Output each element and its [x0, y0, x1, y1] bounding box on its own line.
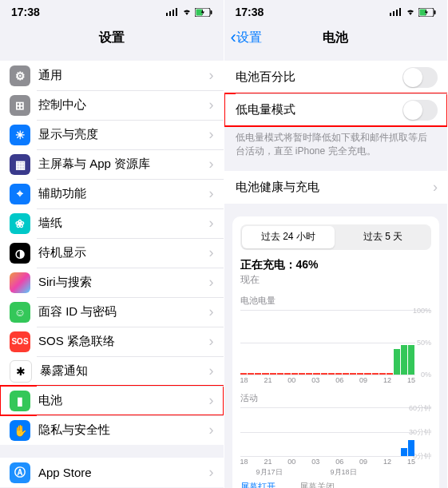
svg-rect-1: [169, 11, 171, 16]
status-time: 17:38: [11, 6, 40, 18]
activity-chart-canvas: 60分钟 30分钟 0分钟: [240, 407, 432, 456]
chevron-right-icon: ›: [209, 274, 214, 291]
row-label: SOS 紧急联络: [38, 334, 209, 349]
row-label: Siri与搜索: [38, 275, 209, 290]
display-icon: ☀: [10, 125, 30, 145]
chart-title: 活动: [240, 392, 432, 404]
row-label: 控制中心: [38, 97, 209, 113]
svg-rect-3: [176, 8, 177, 16]
nav-bar: 设置: [0, 22, 224, 53]
time-range-segmented: 过去 24 小时 过去 5 天: [240, 224, 432, 250]
row-label: 电池百分比: [236, 69, 403, 85]
wifi-icon: [405, 8, 416, 16]
standby-icon: ◑: [10, 243, 30, 264]
battery-charging-icon: [195, 8, 212, 17]
chevron-right-icon: ›: [209, 363, 214, 379]
row-label: 通用: [38, 68, 209, 83]
level-chart-canvas: 100% 50% 0%: [240, 310, 432, 375]
access-icon: ⌖: [10, 184, 30, 204]
chart-title: 电池电量: [240, 295, 432, 307]
row-display[interactable]: ☀显示与亮度›: [0, 120, 224, 149]
status-bar: 17:38: [224, 0, 448, 22]
row-label: 辅助功能: [38, 186, 209, 201]
siri-icon: [10, 272, 30, 293]
row-label: 面容 ID 与密码: [38, 304, 209, 319]
row-homescreen[interactable]: ▦主屏幕与 App 资源库›: [0, 149, 224, 179]
row-wallpaper[interactable]: ❀墙纸›: [0, 208, 224, 238]
chevron-right-icon: ›: [209, 126, 214, 143]
toggle-low-power-mode[interactable]: [402, 100, 438, 121]
row-general[interactable]: ⚙通用›: [0, 61, 224, 90]
legend: 屏幕打开 屏幕关闭: [240, 481, 432, 488]
svg-rect-10: [399, 8, 401, 16]
back-label: 设置: [236, 30, 262, 46]
svg-rect-8: [393, 11, 394, 16]
status-bar: 17:38: [0, 0, 224, 22]
row-faceid[interactable]: ☺面容 ID 与密码›: [0, 297, 224, 327]
charging-title: 正在充电：46%: [240, 258, 432, 272]
nav-bar: ‹ 设置 电池: [224, 22, 448, 53]
back-button[interactable]: ‹ 设置: [231, 22, 262, 53]
home-icon: ▦: [10, 154, 30, 175]
row-appstore[interactable]: ⒶApp Store›: [0, 458, 224, 487]
battery-usage-card: 过去 24 小时 过去 5 天 正在充电：46% 现在 电池电量 100% 50…: [232, 216, 440, 488]
date-tick: 9月17日: [256, 467, 283, 478]
signal-icon: [166, 8, 179, 16]
battery-level-chart: 电池电量 100% 50% 0% 1821000306091215: [240, 295, 432, 384]
page-title: 设置: [99, 30, 125, 46]
wifi-icon: [181, 8, 192, 16]
chevron-left-icon: ‹: [231, 29, 236, 46]
chevron-right-icon: ›: [433, 179, 438, 196]
row-battery[interactable]: ▮电池›: [0, 386, 224, 415]
battery-options-group: 电池百分比 低电量模式: [224, 61, 448, 126]
wallpaper-icon: ❀: [10, 213, 30, 234]
row-label: 墙纸: [38, 216, 209, 231]
svg-rect-9: [396, 10, 398, 16]
x-tick-labels: 1821000306091215: [240, 376, 432, 384]
y-label: 0%: [421, 371, 431, 379]
chevron-right-icon: ›: [209, 304, 214, 320]
row-low-power-mode[interactable]: 低电量模式: [224, 93, 448, 126]
svg-rect-13: [434, 10, 436, 14]
row-label: 主屏幕与 App 资源库: [38, 157, 209, 172]
gear-icon: ⚙: [10, 65, 30, 86]
date-tick: 9月18日: [331, 467, 357, 478]
charging-subtitle: 现在: [240, 273, 432, 287]
privacy-icon: ✋: [10, 420, 30, 441]
tab-24h[interactable]: 过去 24 小时: [242, 226, 335, 248]
chevron-right-icon: ›: [209, 392, 214, 409]
signal-icon: [390, 8, 402, 16]
battery-screen: 17:38 ‹ 设置 电池 电池百分比 低电量模式 低电量模式将暂时降低如下载和…: [224, 0, 449, 488]
row-battery-percentage[interactable]: 电池百分比: [224, 61, 448, 93]
y-label: 100%: [413, 307, 431, 315]
status-right: [390, 8, 436, 17]
chevron-right-icon: ›: [209, 97, 214, 113]
chevron-right-icon: ›: [209, 333, 214, 350]
row-sos[interactable]: SOSSOS 紧急联络›: [0, 327, 224, 356]
row-label: 低电量模式: [236, 102, 403, 117]
row-battery-health[interactable]: 电池健康与充电 ›: [224, 171, 448, 204]
low-power-footnote: 低电量模式将暂时降低如下载和邮件抓取等后台活动，直至 iPhone 完全充电。: [224, 126, 448, 158]
tab-5d[interactable]: 过去 5 天: [336, 226, 430, 248]
row-accessibility[interactable]: ⌖辅助功能›: [0, 179, 224, 208]
status-time: 17:38: [236, 6, 264, 18]
toggle-battery-percentage[interactable]: [402, 67, 438, 88]
row-label: App Store: [38, 466, 209, 479]
row-standby[interactable]: ◑待机显示›: [0, 238, 224, 268]
chevron-right-icon: ›: [209, 185, 214, 202]
row-label: 隐私与安全性: [38, 423, 209, 438]
control-icon: ⊞: [10, 95, 30, 116]
exposure-icon: ✱: [10, 360, 32, 383]
y-label: 50%: [417, 339, 431, 347]
row-label: 电池健康与充电: [236, 180, 434, 195]
battery-icon: ▮: [10, 391, 30, 411]
chevron-right-icon: ›: [209, 215, 214, 232]
row-exposure[interactable]: ✱暴露通知›: [0, 356, 224, 386]
legend-screen-on: 屏幕打开: [240, 481, 276, 488]
chevron-right-icon: ›: [209, 464, 214, 481]
row-siri[interactable]: Siri与搜索›: [0, 268, 224, 297]
row-privacy[interactable]: ✋隐私与安全性›: [0, 415, 224, 445]
row-control-center[interactable]: ⊞控制中心›: [0, 90, 224, 120]
faceid-icon: ☺: [10, 302, 30, 323]
row-label: 显示与亮度: [38, 127, 209, 142]
